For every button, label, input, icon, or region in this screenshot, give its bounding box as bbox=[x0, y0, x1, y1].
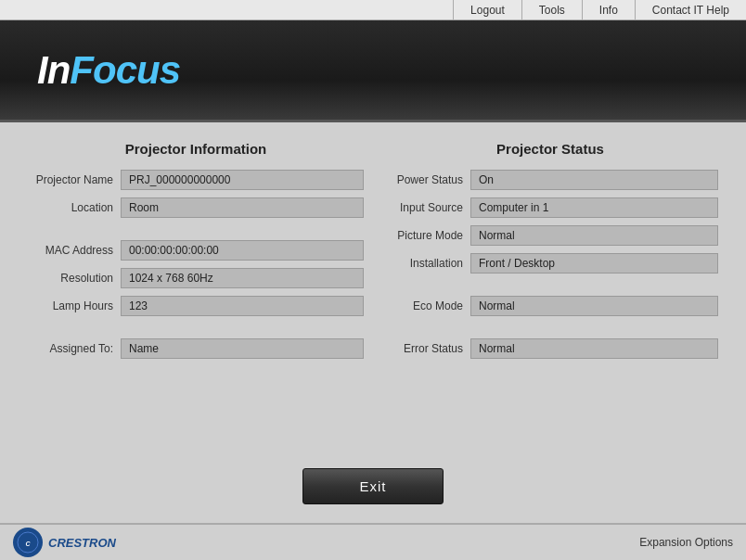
power-status-row: Power Status On bbox=[382, 170, 718, 190]
error-status-value: Normal bbox=[470, 338, 718, 359]
logo-focus: Focus bbox=[70, 48, 180, 92]
input-source-label: Input Source bbox=[382, 201, 470, 214]
nav-info[interactable]: Info bbox=[582, 0, 635, 19]
mac-address-row: MAC Address 00:00:00:00:00:00 bbox=[28, 240, 364, 261]
input-source-row: Input Source Computer in 1 bbox=[382, 197, 718, 218]
location-row: Location Room bbox=[28, 197, 364, 218]
top-nav: Logout Tools Info Contact IT Help bbox=[0, 0, 746, 20]
location-value: Room bbox=[121, 197, 364, 218]
assigned-to-value: Name bbox=[121, 338, 364, 359]
footer: C CRESTRON Expansion Options bbox=[0, 523, 746, 560]
mac-address-value: 00:00:00:00:00:00 bbox=[121, 240, 364, 261]
projector-name-label: Projector Name bbox=[28, 173, 121, 186]
nav-logout[interactable]: Logout bbox=[453, 0, 521, 19]
installation-value: Front / Desktop bbox=[470, 253, 718, 274]
nav-tools[interactable]: Tools bbox=[521, 0, 582, 19]
installation-label: Installation bbox=[382, 257, 470, 270]
exit-button[interactable]: Exit bbox=[302, 468, 443, 504]
assigned-to-row: Assigned To: Name bbox=[28, 338, 364, 359]
exit-container: Exit bbox=[28, 468, 718, 504]
left-panel-title: Projector Information bbox=[28, 141, 364, 157]
input-source-value: Computer in 1 bbox=[470, 197, 718, 218]
resolution-label: Resolution bbox=[28, 272, 121, 285]
main-content: Projector Information Projector Name PRJ… bbox=[0, 122, 746, 523]
lamp-hours-row: Lamp Hours 123 bbox=[28, 296, 364, 316]
location-label: Location bbox=[28, 201, 121, 214]
power-status-value: On bbox=[470, 170, 718, 190]
picture-mode-value: Normal bbox=[470, 225, 718, 246]
installation-row: Installation Front / Desktop bbox=[382, 253, 718, 274]
resolution-row: Resolution 1024 x 768 60Hz bbox=[28, 268, 364, 288]
eco-mode-value: Normal bbox=[470, 296, 718, 316]
projector-name-value: PRJ_000000000000 bbox=[121, 170, 364, 190]
eco-mode-label: Eco Mode bbox=[382, 299, 470, 312]
left-panel: Projector Information Projector Name PRJ… bbox=[28, 141, 364, 452]
panels: Projector Information Projector Name PRJ… bbox=[28, 141, 718, 452]
right-panel: Projector Status Power Status On Input S… bbox=[382, 141, 718, 452]
lamp-hours-value: 123 bbox=[121, 296, 364, 316]
power-status-label: Power Status bbox=[382, 173, 470, 186]
assigned-to-label: Assigned To: bbox=[28, 342, 121, 355]
picture-mode-label: Picture Mode bbox=[382, 229, 470, 242]
right-panel-title: Projector Status bbox=[382, 141, 718, 157]
logo-in: In bbox=[37, 48, 70, 92]
projector-name-row: Projector Name PRJ_000000000000 bbox=[28, 170, 364, 190]
mac-address-label: MAC Address bbox=[28, 244, 121, 257]
crestron-label: CRESTRON bbox=[48, 536, 116, 550]
crestron-logo: C CRESTRON bbox=[13, 528, 116, 557]
logo: InFocus bbox=[37, 48, 180, 93]
resolution-value: 1024 x 768 60Hz bbox=[121, 268, 364, 288]
lamp-hours-label: Lamp Hours bbox=[28, 299, 121, 312]
crestron-icon: C bbox=[13, 528, 43, 557]
crestron-svg: C bbox=[17, 531, 39, 554]
nav-contact-it[interactable]: Contact IT Help bbox=[635, 0, 746, 19]
error-status-row: Error Status Normal bbox=[382, 338, 718, 359]
expansion-options[interactable]: Expansion Options bbox=[639, 536, 733, 549]
header: InFocus bbox=[0, 20, 746, 122]
picture-mode-row: Picture Mode Normal bbox=[382, 225, 718, 246]
eco-mode-row: Eco Mode Normal bbox=[382, 296, 718, 316]
error-status-label: Error Status bbox=[382, 342, 470, 355]
